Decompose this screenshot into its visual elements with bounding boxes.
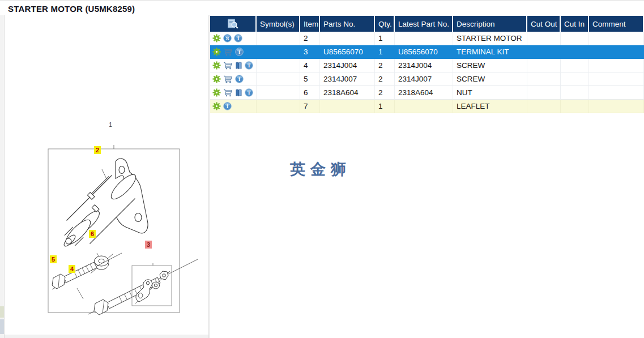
cell-cut-out [527,59,561,72]
cart-icon[interactable] [223,48,233,56]
svg-text:i: i [238,49,240,55]
parts-diagram[interactable] [9,134,213,338]
cell-qty: 1 [375,32,395,45]
background-sliver-green [0,306,4,318]
cell-latest-part-no: 2314J004 [395,59,453,72]
cell-parts-no [320,100,375,113]
cell-cut-in [561,45,589,59]
column-header-cut-in[interactable]: Cut In [561,16,589,32]
cell-parts-no: U85656070 [320,45,375,59]
svg-text:S: S [226,36,229,41]
column-header-cut-out[interactable]: Cut Out [527,16,561,32]
search-document-icon [227,19,239,29]
callout-6[interactable]: 6 [89,230,96,238]
info-icon[interactable]: i [245,88,253,97]
table-row[interactable]: i42314J00422314J004SCREW [210,59,644,72]
gear-icon[interactable] [212,102,221,110]
cell-symbols [257,45,300,59]
table-row[interactable]: i3U856560701U85656070TERMINAL KIT [210,45,644,59]
callout-2[interactable]: 2 [94,146,101,154]
row-action-icons: i [210,59,257,72]
callout-1[interactable]: 1 [107,121,114,129]
table-row[interactable]: i62318A60422318A604NUT [210,86,644,100]
gear-icon[interactable] [212,48,221,56]
callout-3[interactable]: 3 [145,241,152,249]
cell-parts-no: 2314J004 [320,59,375,72]
watermark-text: 英金狮 [290,159,351,179]
s-badge-icon[interactable]: S [223,34,232,42]
table-row[interactable]: Si21STARTER MOTOR [210,32,644,45]
cell-parts-no [320,32,375,45]
cell-comment [589,45,644,59]
callout-5[interactable]: 5 [50,255,57,263]
cell-comment [589,86,644,100]
cell-cut-out [527,32,561,45]
cell-description: SCREW [453,59,527,72]
cart-icon[interactable] [223,75,233,83]
gear-icon[interactable] [212,75,221,83]
cell-latest-part-no: 2314J007 [395,72,453,86]
cart-icon[interactable] [223,89,233,97]
info-icon[interactable]: i [235,48,244,56]
cell-item: 5 [300,72,320,86]
cell-item: 7 [300,100,320,113]
gear-icon[interactable] [212,61,221,70]
svg-text:i: i [227,103,228,109]
diagram-panel[interactable]: 1 2 3 4 5 6 [5,15,208,335]
info-icon[interactable]: i [235,75,244,83]
cell-qty: 2 [375,59,395,72]
book-icon[interactable] [235,62,242,70]
row-action-icons: Si [210,32,257,45]
book-icon[interactable] [235,89,242,97]
cell-cut-out [527,86,561,100]
cell-description: NUT [453,86,527,100]
row-action-icons: i [210,86,257,100]
column-header-item[interactable]: Item [300,16,320,32]
cell-description: TERMINAL KIT [453,45,527,59]
gear-icon[interactable] [212,34,221,42]
background-sliver-blue [0,319,4,334]
column-header-latest-part-no[interactable]: Latest Part No. [395,16,453,32]
row-action-icons: i [210,100,257,113]
row-action-icons: i [210,45,257,59]
svg-text:i: i [248,62,250,69]
cell-cut-out [527,45,561,59]
callout-4[interactable]: 4 [69,265,75,273]
cell-cut-in [561,59,589,72]
info-icon[interactable]: i [223,102,232,110]
cell-cut-in [561,32,589,45]
cell-cut-out [527,100,561,113]
table-row[interactable]: i71LEAFLET [210,100,644,113]
cell-symbols [257,32,300,45]
svg-text:i: i [237,35,239,41]
title-bar: STARTER MOTOR (U5MK8259) [0,0,644,16]
cell-cut-in [561,72,589,86]
cell-comment [589,59,644,72]
table-header: Symbol(s) Item Parts No. Qty. Latest Par… [210,16,644,32]
row-action-icons: i [210,72,257,86]
info-icon[interactable]: i [234,34,242,42]
column-header-actions[interactable] [210,16,257,32]
cell-qty: 1 [375,100,395,113]
cell-latest-part-no [395,100,453,113]
cell-comment [589,72,644,86]
gear-icon[interactable] [212,88,221,97]
table-row[interactable]: i52314J00722314J007SCREW [210,72,644,86]
cart-icon[interactable] [223,62,233,70]
column-header-comment[interactable]: Comment [589,16,644,32]
svg-text:i: i [248,89,250,96]
cell-description: LEAFLET [453,100,527,113]
info-icon[interactable]: i [245,61,253,70]
page-title: STARTER MOTOR (U5MK8259) [8,4,135,14]
column-header-qty[interactable]: Qty. [375,16,395,32]
cell-symbols [257,100,300,113]
column-header-symbols[interactable]: Symbol(s) [257,16,300,32]
column-header-description[interactable]: Description [453,16,527,32]
column-header-parts-no[interactable]: Parts No. [320,16,375,32]
cell-description: STARTER MOTOR [453,32,527,45]
cell-symbols [257,59,300,72]
cell-qty: 1 [375,45,395,59]
cell-item: 6 [300,86,320,100]
cell-cut-in [561,86,589,100]
cell-qty: 2 [375,86,395,100]
